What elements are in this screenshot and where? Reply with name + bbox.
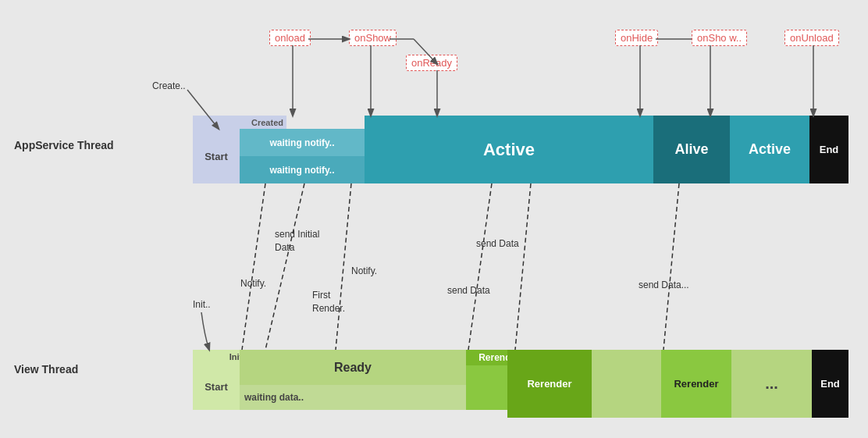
appservice-thread-label: AppService Thread: [14, 139, 114, 151]
appservice-active2: Active: [730, 116, 809, 183]
view-thread-label: View Thread: [14, 363, 78, 376]
init-label: Init..: [193, 299, 211, 310]
create-label: Create..: [152, 80, 186, 91]
onhide-label: onHide: [615, 30, 658, 46]
send-data2-label: send Data: [447, 285, 490, 296]
send-initial-data-label: send InitialData: [275, 228, 319, 255]
onunload-label: onUnload: [784, 30, 839, 46]
svg-line-15: [663, 183, 679, 350]
appservice-start-block: Start: [193, 129, 240, 183]
notify1-label: Notify.: [240, 278, 266, 289]
view-start-block: Start: [193, 363, 240, 410]
onshow2-label: onSho w..: [692, 30, 747, 46]
appservice-end: End: [809, 116, 848, 183]
view-rerender3: Rerender: [661, 350, 731, 418]
appservice-start: Created: [193, 116, 286, 129]
svg-line-12: [336, 183, 351, 350]
send-data3-label: send Data...: [639, 280, 689, 290]
view-rerender2: Rerender: [507, 350, 592, 418]
svg-line-11: [242, 183, 265, 350]
view-waiting-data: waiting data..: [240, 385, 466, 410]
svg-line-10: [265, 183, 304, 350]
view-end: End: [812, 350, 848, 418]
appservice-active1: Active: [365, 116, 653, 183]
appservice-waiting1: waiting notify..: [240, 129, 365, 156]
notify2-label: Notify.: [351, 265, 377, 276]
view-dots: ...: [731, 350, 812, 418]
appservice-alive: Alive: [653, 116, 730, 183]
svg-line-14: [515, 183, 531, 350]
onready-label: onReady: [406, 55, 457, 71]
view-ready: Ready: [240, 350, 466, 385]
lifecycle-diagram: onload onShow onReady onHide onSho w.. o…: [0, 0, 868, 438]
onload-label: onload: [269, 30, 311, 46]
onshow-label: onShow: [349, 30, 397, 46]
view-light1: [592, 350, 661, 418]
appservice-waiting2: waiting notify..: [240, 156, 365, 183]
svg-line-13: [468, 183, 492, 350]
first-render-label: FirstRender.: [312, 289, 345, 315]
send-data1-label: send Data: [476, 238, 519, 249]
